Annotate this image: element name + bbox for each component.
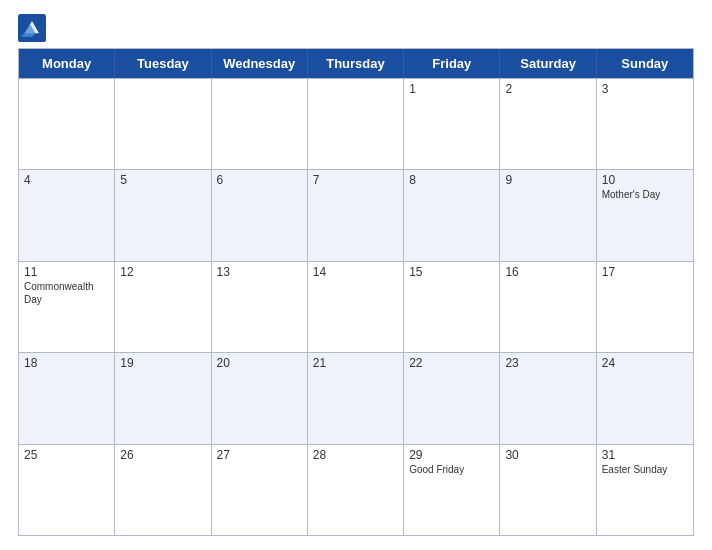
day-number: 14 xyxy=(313,265,398,279)
calendar-cell: 7 xyxy=(308,170,404,260)
day-number: 24 xyxy=(602,356,688,370)
logo-icon xyxy=(18,14,46,42)
day-number: 26 xyxy=(120,448,205,462)
calendar-cell: 6 xyxy=(212,170,308,260)
header-saturday: Saturday xyxy=(500,49,596,78)
calendar-week-2: 45678910Mother's Day xyxy=(19,169,693,260)
calendar-cell: 31Easter Sunday xyxy=(597,445,693,535)
calendar-cell: 5 xyxy=(115,170,211,260)
day-number: 4 xyxy=(24,173,109,187)
day-number: 11 xyxy=(24,265,109,279)
calendar-cell: 13 xyxy=(212,262,308,352)
day-number: 19 xyxy=(120,356,205,370)
day-number: 22 xyxy=(409,356,494,370)
day-number: 31 xyxy=(602,448,688,462)
logo xyxy=(18,14,50,42)
calendar-week-4: 18192021222324 xyxy=(19,352,693,443)
calendar-page: Monday Tuesday Wednesday Thursday Friday… xyxy=(0,0,712,550)
calendar-cell: 25 xyxy=(19,445,115,535)
day-number: 25 xyxy=(24,448,109,462)
calendar-week-1: 123 xyxy=(19,78,693,169)
day-number: 9 xyxy=(505,173,590,187)
calendar-cell: 12 xyxy=(115,262,211,352)
day-number: 12 xyxy=(120,265,205,279)
header-thursday: Thursday xyxy=(308,49,404,78)
calendar-cell: 20 xyxy=(212,353,308,443)
day-number: 16 xyxy=(505,265,590,279)
calendar-cell: 27 xyxy=(212,445,308,535)
header-friday: Friday xyxy=(404,49,500,78)
calendar-cell: 3 xyxy=(597,79,693,169)
calendar-cell xyxy=(115,79,211,169)
calendar-body: 12345678910Mother's Day11Commonwealth Da… xyxy=(19,78,693,535)
header-monday: Monday xyxy=(19,49,115,78)
day-number: 28 xyxy=(313,448,398,462)
calendar-cell: 16 xyxy=(500,262,596,352)
day-number: 13 xyxy=(217,265,302,279)
day-number: 5 xyxy=(120,173,205,187)
day-number: 30 xyxy=(505,448,590,462)
calendar-cell: 22 xyxy=(404,353,500,443)
header-sunday: Sunday xyxy=(597,49,693,78)
day-number: 6 xyxy=(217,173,302,187)
event-label: Easter Sunday xyxy=(602,463,688,476)
event-label: Commonwealth Day xyxy=(24,280,109,306)
page-header xyxy=(18,14,694,42)
day-number: 2 xyxy=(505,82,590,96)
calendar-cell: 18 xyxy=(19,353,115,443)
calendar-cell: 10Mother's Day xyxy=(597,170,693,260)
day-number: 1 xyxy=(409,82,494,96)
day-number: 10 xyxy=(602,173,688,187)
calendar-cell: 1 xyxy=(404,79,500,169)
day-number: 17 xyxy=(602,265,688,279)
calendar-cell: 21 xyxy=(308,353,404,443)
calendar-cell: 9 xyxy=(500,170,596,260)
day-number: 21 xyxy=(313,356,398,370)
day-number: 3 xyxy=(602,82,688,96)
day-number: 27 xyxy=(217,448,302,462)
calendar-cell: 17 xyxy=(597,262,693,352)
day-number: 29 xyxy=(409,448,494,462)
event-label: Good Friday xyxy=(409,463,494,476)
day-number: 7 xyxy=(313,173,398,187)
calendar-cell xyxy=(212,79,308,169)
calendar-cell: 19 xyxy=(115,353,211,443)
calendar-cell: 26 xyxy=(115,445,211,535)
day-number: 23 xyxy=(505,356,590,370)
day-number: 8 xyxy=(409,173,494,187)
calendar-cell: 24 xyxy=(597,353,693,443)
calendar-cell: 23 xyxy=(500,353,596,443)
header-wednesday: Wednesday xyxy=(212,49,308,78)
calendar-cell: 14 xyxy=(308,262,404,352)
calendar-grid: Monday Tuesday Wednesday Thursday Friday… xyxy=(18,48,694,536)
event-label: Mother's Day xyxy=(602,188,688,201)
header-tuesday: Tuesday xyxy=(115,49,211,78)
calendar-header-row: Monday Tuesday Wednesday Thursday Friday… xyxy=(19,49,693,78)
calendar-cell: 11Commonwealth Day xyxy=(19,262,115,352)
day-number: 20 xyxy=(217,356,302,370)
calendar-cell xyxy=(19,79,115,169)
calendar-cell: 8 xyxy=(404,170,500,260)
day-number: 18 xyxy=(24,356,109,370)
calendar-cell xyxy=(308,79,404,169)
calendar-week-5: 2526272829Good Friday3031Easter Sunday xyxy=(19,444,693,535)
calendar-cell: 4 xyxy=(19,170,115,260)
calendar-week-3: 11Commonwealth Day121314151617 xyxy=(19,261,693,352)
calendar-cell: 15 xyxy=(404,262,500,352)
day-number: 15 xyxy=(409,265,494,279)
calendar-cell: 28 xyxy=(308,445,404,535)
calendar-cell: 2 xyxy=(500,79,596,169)
calendar-cell: 30 xyxy=(500,445,596,535)
calendar-cell: 29Good Friday xyxy=(404,445,500,535)
